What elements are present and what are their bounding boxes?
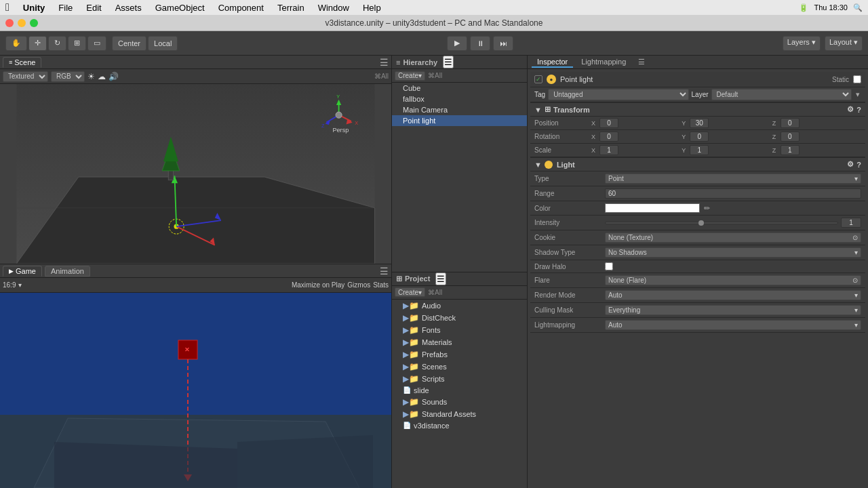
project-file-slide[interactable]: 📄 slide (392, 385, 527, 396)
step-button[interactable]: ⏭ (493, 36, 513, 51)
menu-file[interactable]: File (56, 3, 75, 13)
hierarchy-item-pointlight[interactable]: Point light (392, 115, 527, 126)
scale-z-input[interactable] (781, 145, 800, 155)
menu-assets[interactable]: Assets (113, 3, 144, 13)
transform-help-icon[interactable]: ? (856, 106, 861, 114)
project-folder-prefabs[interactable]: ▶📁 Prefabs (392, 348, 527, 361)
color-mode-select[interactable]: RGB (51, 71, 85, 82)
inspector-menu-btn[interactable]: ☰ (637, 58, 646, 66)
hierarchy-item-cube[interactable]: Cube (392, 83, 527, 94)
hierarchy-title: Hierarchy (403, 58, 437, 66)
folder-icon: ▶📁 (403, 362, 419, 371)
scale-x-input[interactable] (599, 145, 618, 155)
apple-menu[interactable]:  (5, 1, 9, 14)
project-folder-sounds[interactable]: ▶📁 Sounds (392, 396, 527, 408)
scene-panel-menu[interactable]: ☰ (380, 58, 389, 67)
scale-y-input[interactable] (690, 145, 709, 155)
tab-game[interactable]: ▶ Game (3, 266, 42, 277)
intensity-slider[interactable] (605, 222, 838, 224)
center-button[interactable]: Center (112, 36, 146, 51)
project-folder-scripts[interactable]: ▶📁 Scripts (392, 373, 527, 385)
flare-dropdown[interactable]: None (Flare) ⊙ (605, 275, 861, 285)
transform-section-header[interactable]: ▼ ⊞ Transform ⚙ ? (530, 102, 865, 117)
type-dropdown[interactable]: Point ▾ (605, 174, 861, 184)
gizmos-label[interactable]: Gizmos (347, 281, 370, 289)
hierarchy-item-fallbox[interactable]: fallbox (392, 94, 527, 104)
lightmapping-dropdown[interactable]: Auto ▾ (605, 320, 861, 330)
static-checkbox[interactable] (853, 75, 861, 83)
game-canvas[interactable]: ✕ (0, 293, 391, 488)
range-input[interactable] (605, 188, 861, 199)
light-section-header[interactable]: ▼ Light ⚙ ? (530, 157, 865, 171)
light-help-icon[interactable]: ? (856, 161, 861, 169)
minimize-button[interactable] (18, 19, 26, 27)
pos-y-input[interactable] (690, 118, 709, 128)
color-swatch[interactable] (605, 203, 700, 213)
hand-tool[interactable]: ✋ (5, 36, 27, 51)
cookie-dropdown[interactable]: None (Texture) ⊙ (605, 232, 861, 243)
rotate-tool[interactable]: ↻ (48, 36, 66, 51)
pos-z-input[interactable] (781, 118, 800, 128)
pos-x-input[interactable] (599, 118, 618, 128)
maximize-label[interactable]: Maximize on Play (292, 281, 344, 289)
pause-button[interactable]: ⏸ (470, 36, 490, 51)
layer-select[interactable]: Default (711, 89, 852, 100)
project-menu-btn[interactable]: ☰ (435, 272, 446, 285)
rot-y-input[interactable] (690, 131, 709, 142)
active-checkbox[interactable]: ✓ (534, 75, 542, 83)
tab-inspector[interactable]: Inspector (532, 57, 573, 68)
light-settings-icon[interactable]: ⚙ (847, 160, 854, 169)
project-folder-scenes[interactable]: ▶📁 Scenes (392, 361, 527, 373)
tab-scene[interactable]: ≡ Scene (3, 57, 41, 68)
stats-label[interactable]: Stats (373, 281, 389, 289)
project-folder-standard-assets[interactable]: ▶📁 Standard Assets (392, 408, 527, 420)
project-folder-distcheck[interactable]: ▶📁 DistCheck (392, 312, 527, 324)
halo-checkbox[interactable] (605, 262, 613, 270)
move-tool[interactable]: ✛ (28, 36, 47, 51)
maximize-button[interactable] (30, 19, 38, 27)
tag-select[interactable]: Untagged (548, 89, 688, 100)
slider-thumb[interactable] (698, 220, 704, 226)
menu-terrain[interactable]: Terrain (275, 3, 307, 13)
hierarchy-menu-btn[interactable]: ☰ (443, 56, 454, 68)
close-button[interactable] (5, 19, 14, 27)
scene-canvas[interactable]: Y X Z Persp (0, 84, 391, 264)
render-dropdown[interactable]: Auto ▾ (605, 290, 861, 300)
menu-edit[interactable]: Edit (83, 3, 104, 13)
menu-window[interactable]: Window (315, 3, 352, 13)
hierarchy-item-camera[interactable]: Main Camera (392, 104, 527, 115)
scale-tool[interactable]: ⊞ (68, 36, 86, 51)
project-folder-fonts[interactable]: ▶📁 Fonts (392, 324, 527, 336)
game-panel-menu[interactable]: ☰ (380, 266, 389, 276)
menu-gameobject[interactable]: GameObject (153, 3, 208, 13)
flare-value: None (Flare) (608, 277, 646, 284)
menu-component[interactable]: Component (216, 3, 267, 13)
culling-dropdown[interactable]: Everything ▾ (605, 305, 861, 315)
view-mode-select[interactable]: Textured (3, 71, 48, 82)
project-folder-materials[interactable]: ▶📁 Materials (392, 336, 527, 348)
rot-x-input[interactable] (599, 131, 618, 142)
aspect-dropdown-icon[interactable]: ▾ (18, 281, 22, 289)
hierarchy-create-btn[interactable]: Create ▾ (395, 71, 425, 81)
shadow-dropdown[interactable]: No Shadows ▾ (605, 247, 861, 258)
project-create-btn[interactable]: Create ▾ (395, 287, 425, 297)
color-picker-icon[interactable]: ✏ (704, 204, 710, 213)
intensity-input[interactable] (841, 218, 861, 228)
layer-expand-btn[interactable]: ▾ (854, 90, 861, 99)
layers-dropdown[interactable]: Layers ▾ (783, 36, 821, 51)
hierarchy-header: ≡ Hierarchy ☰ (392, 56, 527, 69)
transform-settings-icon[interactable]: ⚙ (847, 105, 854, 114)
tab-animation[interactable]: Animation (45, 266, 90, 277)
tab-lightmapping[interactable]: Lightmapping (576, 57, 631, 68)
menu-help[interactable]: Help (360, 3, 384, 13)
play-button[interactable]: ▶ (447, 36, 467, 51)
menu-unity[interactable]: Unity (20, 3, 48, 13)
search-icon[interactable]: 🔍 (853, 3, 863, 12)
object-name[interactable]: Point light (560, 75, 828, 83)
project-file-v3distance[interactable]: 📄 v3distance (392, 420, 527, 431)
rect-tool[interactable]: ▭ (87, 36, 106, 51)
local-button[interactable]: Local (148, 36, 178, 51)
rot-z-input[interactable] (781, 131, 800, 142)
project-folder-audio[interactable]: ▶📁 Audio (392, 300, 527, 312)
layout-dropdown[interactable]: Layout ▾ (825, 36, 863, 51)
